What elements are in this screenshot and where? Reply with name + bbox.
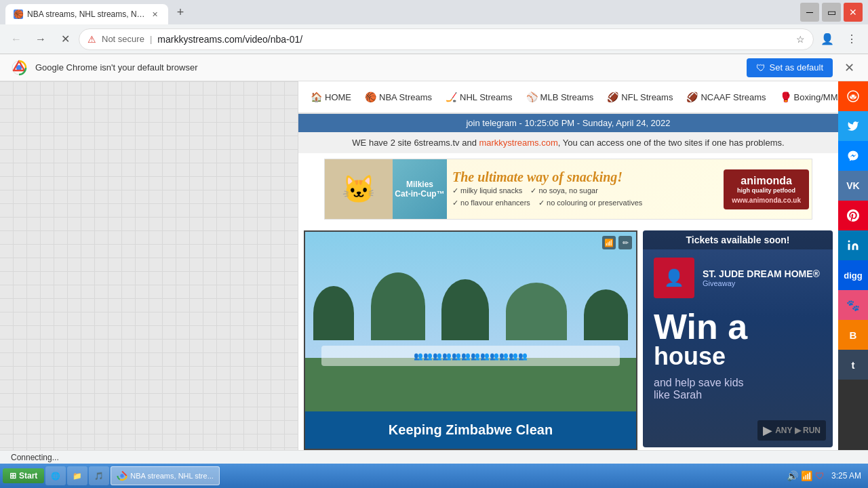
address-bar[interactable]: ⚠ Not secure | markkystreams.com/video/n…	[79, 28, 814, 50]
media-icon: 🎵	[94, 472, 104, 481]
notification-close-button[interactable]: ✕	[841, 60, 857, 76]
nav-nfl[interactable]: 🏈 NFL Streams	[600, 82, 679, 113]
social-messenger-button[interactable]	[838, 141, 868, 171]
stream-controls: 📶 ✏	[602, 236, 632, 249]
stream-edit-icon[interactable]: ✏	[618, 236, 632, 249]
tab-favicon: 🏀	[14, 9, 23, 19]
stream-signal-icon[interactable]: 📶	[602, 236, 616, 249]
tab-close-button[interactable]: ✕	[149, 9, 160, 20]
stream-player[interactable]: 👥👥👥👥👥👥👥👥👥👥👥👥 Keeping Zimbabwe Clean 📶 ✏	[304, 230, 637, 450]
taskbar-ie[interactable]: 🌐	[45, 466, 66, 485]
st-jude-icon: 👤	[654, 258, 694, 298]
address-text: markkystreams.com/video/nba-01/	[157, 34, 791, 45]
social-tumblr-button[interactable]: t	[838, 350, 868, 380]
tray-icons: 🔊 📶 🛡	[787, 470, 825, 481]
nav-nhl[interactable]: 🏒 NHL Streams	[439, 82, 519, 113]
site-navigation: 🏠 HOME 🏀 NBA Streams 🏒 NHL Streams ⚾ MLB…	[298, 81, 838, 114]
nav-mlb[interactable]: ⚾ MLB Streams	[519, 82, 601, 113]
nav-ncaaf[interactable]: 🏈 NCAAF Streams	[679, 82, 772, 113]
ad-brand-logo[interactable]: animonda high quality petfood www.animon…	[724, 169, 809, 209]
st-jude-name: ST. JUDE DREAM HOME® Giveaway	[703, 268, 820, 288]
start-button[interactable]: ⊞ Start	[3, 468, 44, 483]
social-pinterest-button[interactable]	[838, 201, 868, 230]
stream-caption: Keeping Zimbabwe Clean	[305, 411, 636, 449]
social-reddit-button[interactable]	[838, 81, 868, 111]
tab-title: NBA streams, NHL streams, NFL stre...	[27, 9, 145, 19]
svg-point-6	[848, 241, 850, 243]
nav-nba[interactable]: 🏀 NBA Streams	[358, 82, 439, 113]
main-content-area: 🏠 HOME 🏀 NBA Streams 🏒 NHL Streams ⚾ MLB…	[298, 81, 838, 488]
security-icon: ⚠	[87, 34, 96, 45]
ad-main-text: The ultimate way of snacking! ✓ milky li…	[447, 164, 721, 214]
win-line3: and help save kids like Sarah	[654, 377, 822, 401]
stream-placeholder: 👥👥👥👥👥👥👥👥👥👥👥👥 Keeping Zimbabwe Clean 📶 ✏	[305, 232, 636, 449]
chrome-logo-icon	[11, 60, 27, 76]
status-bar: Connecting...	[0, 450, 868, 464]
menu-button[interactable]: ⋮	[841, 28, 863, 50]
default-browser-notification: Google Chrome isn't your default browser…	[0, 54, 868, 81]
social-twitter-button[interactable]	[838, 111, 868, 141]
close-button[interactable]: ✕	[844, 3, 863, 22]
win-line2: house	[654, 344, 822, 369]
notification-text: Google Chrome isn't your default browser	[35, 62, 738, 73]
windows-icon: ⊞	[9, 471, 16, 481]
social-linkedin-button[interactable]	[838, 230, 868, 260]
ad-banner[interactable]: 🐱 MilkiesCat-in-Cup™ The ultimate way of…	[324, 159, 812, 220]
system-time: 3:25 AM	[827, 471, 865, 481]
social-vk-button[interactable]: VK	[838, 171, 868, 201]
social-sidebar: VK digg 🐾 B t	[838, 81, 868, 488]
markky-link[interactable]: markkystreams.com	[479, 138, 557, 148]
nav-home[interactable]: 🏠 HOME	[304, 82, 358, 113]
ie-icon: 🌐	[51, 472, 60, 481]
notice-bar: WE have 2 site 6streams.tv and markkystr…	[298, 132, 838, 153]
content-row: 👥👥👥👥👥👥👥👥👥👥👥👥 Keeping Zimbabwe Clean 📶 ✏	[298, 225, 838, 455]
sidebar-advertisement[interactable]: Tickets available soon! 👤 ST. JUDE DREAM…	[643, 230, 833, 450]
st-jude-ad: Tickets available soon! 👤 ST. JUDE DREAM…	[643, 230, 833, 447]
reload-button[interactable]: ✕	[54, 28, 76, 50]
social-paw-button[interactable]: 🐾	[838, 290, 868, 320]
left-empty-panel	[0, 81, 298, 488]
win-line1: Win a	[654, 309, 822, 344]
browser-tab[interactable]: 🏀 NBA streams, NHL streams, NFL stre... …	[5, 4, 168, 24]
ad-features: ✓ milky liquid snacks ✓ no soya, no suga…	[452, 185, 715, 209]
set-default-button[interactable]: 🛡 Set as default	[747, 58, 833, 77]
taskbar-folder[interactable]: 📁	[67, 466, 87, 485]
system-tray: 🔊 📶 🛡 3:25 AM	[787, 470, 865, 481]
profile-button[interactable]: 👤	[816, 28, 838, 50]
taskbar-chrome[interactable]: NBA streams, NHL stre...	[111, 466, 219, 485]
bookmark-icon[interactable]: ☆	[796, 34, 805, 45]
taskbar-media[interactable]: 🎵	[89, 466, 109, 485]
ad-milkies-logo: MilkiesCat-in-Cup™	[393, 159, 447, 220]
maximize-button[interactable]: ▭	[822, 3, 841, 22]
security-label: Not secure	[102, 34, 144, 44]
network-icon: 📶	[801, 470, 812, 481]
social-blogger-button[interactable]: B	[838, 320, 868, 350]
folder-icon: 📁	[73, 472, 82, 481]
taskbar: ⊞ Start 🌐 📁 🎵 NBA streams, NHL stre... 🔊…	[0, 464, 868, 488]
forward-button[interactable]: →	[30, 28, 52, 50]
anyrun-watermark: ▶ ANY ▶ RUN	[757, 420, 826, 441]
connecting-status: Connecting...	[5, 451, 64, 464]
st-jude-logo: 👤 ST. JUDE DREAM HOME® Giveaway	[654, 258, 822, 298]
back-button[interactable]: ←	[5, 28, 27, 50]
antivirus-icon: 🛡	[815, 470, 825, 481]
social-digg-button[interactable]: digg	[838, 260, 868, 290]
chrome-taskbar-icon	[117, 470, 127, 481]
svg-point-4	[850, 96, 852, 97]
ad-cat-image: 🐱	[325, 159, 393, 220]
speaker-icon: 🔊	[787, 470, 798, 481]
tickets-header: Tickets available soon!	[643, 230, 833, 249]
new-tab-button[interactable]: +	[171, 3, 190, 22]
svg-point-7	[121, 474, 124, 477]
svg-point-5	[854, 96, 856, 97]
ad-slogan: The ultimate way of snacking!	[452, 169, 715, 185]
minimize-button[interactable]: ─	[800, 3, 819, 22]
telegram-bar: join telegram - 10:25:06 PM - Sunday, Ap…	[298, 114, 838, 132]
address-separator: |	[150, 34, 152, 44]
nav-boxing[interactable]: 🥊 Boxing/MMA Streams	[773, 82, 839, 113]
